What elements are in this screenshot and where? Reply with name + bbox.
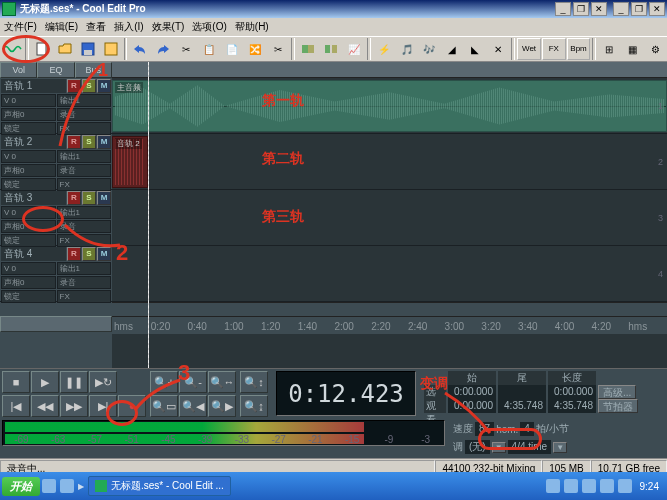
volume-field[interactable]: V 0 [1,262,56,275]
record-arm-button[interactable]: R [67,79,81,93]
mdi-close-button[interactable]: ✕ [591,2,607,16]
stop-button[interactable]: ■ [2,371,30,393]
cut-button[interactable]: 📋 [198,38,220,60]
track-lane-2[interactable]: 音轨 2 2 [112,134,667,190]
volume-field[interactable]: V 0 [1,206,56,219]
mute-button[interactable]: M [97,79,111,93]
solo-button[interactable]: S [82,247,96,261]
waveform-area[interactable]: 主音频 1 音轨 2 2 3 4 hms 0:200:401:001:201:4… [112,62,667,368]
quicklaunch-icon[interactable] [42,479,56,493]
solo-button[interactable]: S [82,135,96,149]
taskbar-app-button[interactable]: 无标题.ses* - Cool Edit ... [88,476,231,496]
waveform-view-button[interactable] [1,38,23,60]
undo-button[interactable] [129,38,151,60]
fx-field[interactable]: FX [57,178,112,191]
track-name[interactable]: 音轨 1 [1,79,66,93]
menu-file[interactable]: 文件(F) [4,20,37,34]
record-arm-button[interactable]: R [67,247,81,261]
group-button[interactable] [297,38,319,60]
view-length[interactable]: 4:35.748 [548,399,596,413]
beats-field[interactable]: 4 [520,422,534,436]
fx-button[interactable]: FX [542,38,566,60]
vscroll-button[interactable] [0,316,112,332]
rec-field[interactable]: 录音 [57,220,112,233]
tempo-field[interactable]: 87 [475,422,494,436]
menu-options[interactable]: 选项(O) [192,20,226,34]
pan-field[interactable]: 声相0 [1,220,56,233]
tab-vol[interactable]: Vol [0,62,37,78]
tab-bus[interactable]: Bus [75,62,112,78]
key-field[interactable]: (无) [465,440,490,454]
tray-icon[interactable] [546,479,560,493]
redo-button[interactable] [152,38,174,60]
output-field[interactable]: 输出1 [57,150,112,163]
volume-field[interactable]: V 0 [1,94,56,107]
sel-begin[interactable]: 0:00.000 [448,385,496,399]
pause-button[interactable]: ❚❚ [60,371,88,393]
mix-paste-button[interactable]: 🔀 [244,38,266,60]
grid-button[interactable]: ▦ [621,38,643,60]
timesig-field[interactable]: 4/4 time [508,440,552,454]
mdi-minimize-button[interactable]: _ [555,2,571,16]
view-begin[interactable]: 0:00.000 [448,399,496,413]
track-lane-4[interactable]: 4 [112,246,667,302]
rec-field[interactable]: 录音 [57,108,112,121]
time-display[interactable]: 0:12.423 [276,371,416,416]
menu-effects[interactable]: 效果(T) [152,20,185,34]
snap-button[interactable]: ⊞ [598,38,620,60]
zoom-sel-button[interactable]: 🔍▭ [150,395,178,417]
crossfade-button[interactable]: ✕ [487,38,509,60]
sel-length[interactable]: 0:00.000 [548,385,596,399]
pan-field[interactable]: 声相0 [1,108,56,121]
play-button[interactable]: ▶ [31,371,59,393]
track-header-3[interactable]: 音轨 3 R S M V 0输出1 声相0录音 锁定FX [0,190,112,246]
fx-field[interactable]: FX [57,122,112,135]
track-header-4[interactable]: 音轨 4 R S M V 0输出1 声相0录音 锁定FX [0,246,112,302]
track-name[interactable]: 音轨 2 [1,135,66,149]
lock-field[interactable]: 锁定 [1,122,56,135]
normalize-button[interactable]: ◢ [441,38,463,60]
mute-button[interactable]: M [97,135,111,149]
lock-field[interactable]: 锁定 [1,234,56,247]
rec-field[interactable]: 录音 [57,276,112,289]
timeline-header[interactable] [112,62,667,78]
tab-eq[interactable]: EQ [37,62,74,78]
metronome-button[interactable]: 节拍器 [598,399,638,413]
fx3-button[interactable]: 🎶 [419,38,441,60]
pan-field[interactable]: 声相0 [1,276,56,289]
menu-view[interactable]: 查看 [86,20,106,34]
start-button[interactable]: 开始 [2,477,40,496]
record-arm-button[interactable]: R [67,191,81,205]
track-lane-1[interactable]: 主音频 1 [112,78,667,134]
zoom-in-button[interactable]: 🔍+ [150,371,178,393]
go-start-button[interactable]: |◀ [2,395,30,417]
zoom-out-button[interactable]: 🔍- [179,371,207,393]
bpm-button[interactable]: Bpm [567,38,591,60]
forward-button[interactable]: ▶▶ [60,395,88,417]
record-button[interactable]: ● [118,395,146,417]
new-button[interactable] [31,38,53,60]
open-button[interactable] [54,38,76,60]
menu-help[interactable]: 帮助(H) [235,20,269,34]
close-button[interactable]: ✕ [649,2,665,16]
zoom-vert-in-button[interactable]: 🔍↕ [240,371,268,393]
play-loop-button[interactable]: ▶↻ [89,371,117,393]
output-field[interactable]: 输出1 [57,94,112,107]
key-dropdown-icon[interactable]: ▼ [492,442,506,453]
track-name[interactable]: 音轨 4 [1,247,66,261]
envelope-button[interactable]: 📈 [343,38,365,60]
zoom-right-button[interactable]: 🔍▶ [208,395,236,417]
zoom-left-button[interactable]: 🔍◀ [179,395,207,417]
minimize-button[interactable]: _ [613,2,629,16]
maximize-button[interactable]: ❐ [631,2,647,16]
tray-icon[interactable] [582,479,596,493]
quicklaunch-expand-icon[interactable]: ▶ [78,482,84,491]
rewind-button[interactable]: ◀◀ [31,395,59,417]
batch-button[interactable] [100,38,122,60]
advanced-button[interactable]: 高级... [598,385,636,399]
pan-field[interactable]: 声相0 [1,164,56,177]
taskbar-clock[interactable]: 9:24 [634,481,665,492]
wet-button[interactable]: Wet [517,38,541,60]
zoom-full-button[interactable]: 🔍↔ [208,371,236,393]
output-field[interactable]: 输出1 [57,206,112,219]
